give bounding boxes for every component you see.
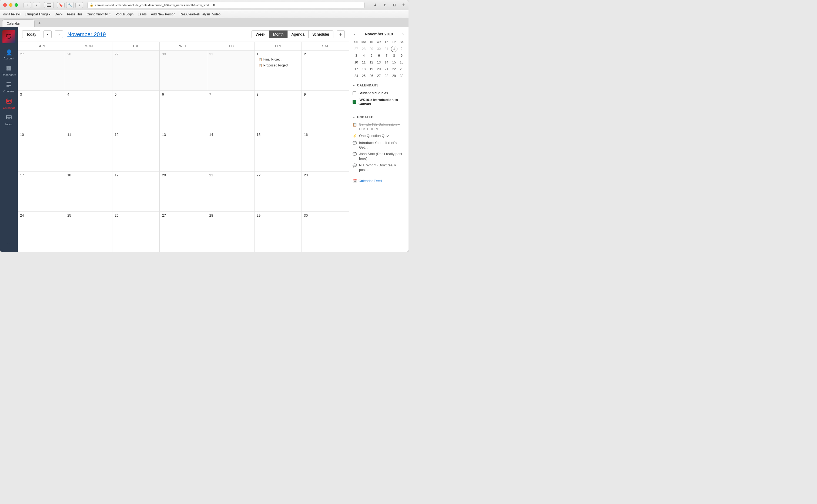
sidebar-item-calendar[interactable]: Calendar (0, 96, 18, 112)
bookmark-dont-be-evil[interactable]: don't be evil (3, 12, 21, 16)
share-icon[interactable]: ⬆ (381, 2, 389, 8)
mini-cell-nov17[interactable]: 17 (353, 66, 360, 72)
extensions-button[interactable]: 🔧 (66, 2, 74, 8)
cal-cell-nov11[interactable]: 11 (65, 131, 112, 171)
undated-item-introduce[interactable]: 💬 Introduce Yourself (Let's Get... (353, 140, 405, 151)
undated-item-stott[interactable]: 💬 John Stott (Don't really post here) (353, 151, 405, 162)
calendar-feed-link[interactable]: 📅 Calendar Feed (353, 178, 405, 184)
mini-cell-oct28[interactable]: 28 (361, 46, 367, 52)
bookmark-populi[interactable]: Populi Login (116, 12, 133, 16)
mini-cell-nov26[interactable]: 26 (368, 73, 375, 79)
mini-cell-nov11[interactable]: 11 (361, 59, 367, 66)
forward-button[interactable]: › (33, 2, 40, 8)
bookmark-dev[interactable]: Dev▾ (55, 12, 63, 16)
mini-cell-nov2[interactable]: 2 (399, 46, 405, 52)
cal-cell-nov25[interactable]: 25 (65, 212, 112, 252)
bookmark-button[interactable]: 🔖 (57, 2, 65, 8)
new-tab-button[interactable]: + (36, 19, 43, 27)
mini-cell-nov19[interactable]: 19 (368, 66, 375, 72)
mini-cell-nov28[interactable]: 28 (383, 73, 390, 79)
cal-cell-nov1[interactable]: 1 📋 Final Project 📋 Proposed Project (255, 51, 302, 90)
mini-cell-nov1[interactable]: 1 (391, 46, 397, 52)
cal-cell-nov2[interactable]: 2 (302, 51, 349, 90)
mini-cell-oct27[interactable]: 27 (353, 46, 360, 52)
collapse-sidebar-button[interactable]: ← (5, 238, 13, 248)
info-button[interactable]: ℹ (75, 2, 83, 8)
calendar-menu-icon[interactable]: ⋮ (401, 90, 405, 96)
calendar-title[interactable]: November 2019 (67, 31, 248, 38)
cal-cell-nov3[interactable]: 3 (18, 91, 65, 131)
close-button[interactable] (3, 3, 7, 7)
mini-cell-nov27[interactable]: 27 (376, 73, 382, 79)
cal-cell-nov4[interactable]: 4 (65, 91, 112, 131)
cal-cell-nov5[interactable]: 5 (112, 91, 160, 131)
bookmark-liturgical-things[interactable]: Liturgical Things▾ (25, 12, 51, 16)
prev-month-button[interactable]: ‹ (43, 30, 52, 38)
cal-cell-nov15[interactable]: 15 (255, 131, 302, 171)
undated-item-quiz[interactable]: ⚡ One Question Quiz (353, 133, 405, 140)
cal-cell-nov26[interactable]: 26 (112, 212, 160, 252)
cal-cell-nov8[interactable]: 8 (255, 91, 302, 131)
week-view-button[interactable]: Week (252, 31, 269, 38)
mini-cell-nov12[interactable]: 12 (368, 59, 375, 66)
calendar-entry-student[interactable]: Student McStudies ⋮ (353, 89, 405, 97)
cal-cell-nov18[interactable]: 18 (65, 172, 112, 211)
cal-cell-oct31[interactable]: 31 (207, 51, 255, 90)
cal-cell-nov6[interactable]: 6 (160, 91, 207, 131)
cal-cell-nov23[interactable]: 23 (302, 172, 349, 211)
mini-cell-nov15[interactable]: 15 (391, 59, 397, 66)
new-tab-button[interactable]: + (402, 2, 405, 8)
sidebar-item-courses[interactable]: Courses (0, 79, 18, 96)
mini-next-month-button[interactable]: › (401, 31, 405, 37)
minimize-button[interactable] (9, 3, 12, 7)
cal-cell-nov17[interactable]: 17 (18, 172, 65, 211)
undated-item-wright[interactable]: 💬 N.T. Wright (Don't really post... (353, 162, 405, 173)
event-proposed-project[interactable]: 📋 Proposed Project (257, 63, 299, 68)
cal-cell-nov21[interactable]: 21 (207, 172, 255, 211)
reload-icon[interactable]: ↻ (213, 3, 215, 7)
mini-cell-oct29[interactable]: 29 (368, 46, 375, 52)
month-view-button[interactable]: Month (269, 31, 288, 38)
mini-cell-nov14[interactable]: 14 (383, 59, 390, 66)
mini-cell-nov6[interactable]: 6 (376, 52, 382, 59)
sidebar-item-dashboard[interactable]: Dashboard (0, 63, 18, 79)
mini-cell-nov4[interactable]: 4 (361, 52, 367, 59)
back-button[interactable]: ‹ (24, 2, 31, 8)
cal-cell-nov14[interactable]: 14 (207, 131, 255, 171)
maximize-button[interactable] (15, 3, 18, 7)
mini-cell-nov25[interactable]: 25 (361, 73, 367, 79)
mini-cell-nov30[interactable]: 30 (399, 73, 405, 79)
mini-cell-nov22[interactable]: 22 (391, 66, 397, 72)
calendars-section-header[interactable]: ▼ CALENDARS (353, 83, 405, 87)
scheduler-view-button[interactable]: Scheduler (309, 31, 333, 38)
cal-cell-nov12[interactable]: 12 (112, 131, 160, 171)
cal-cell-nov13[interactable]: 13 (160, 131, 207, 171)
bookmark-press-this[interactable]: Press This (67, 12, 82, 16)
bookmark-add-person[interactable]: Add New Person (151, 12, 175, 16)
cal-cell-nov27[interactable]: 27 (160, 212, 207, 252)
url-bar[interactable]: 🔒 canvas.iws.edu/calendar?include_contex… (87, 2, 365, 8)
cal-cell-nov20[interactable]: 20 (160, 172, 207, 211)
cal-cell-nov16[interactable]: 16 (302, 131, 349, 171)
mini-cell-nov10[interactable]: 10 (353, 59, 360, 66)
cal-cell-nov24[interactable]: 24 (18, 212, 65, 252)
cal-cell-nov9[interactable]: 9 (302, 91, 349, 131)
add-event-button[interactable]: + (337, 30, 345, 38)
agenda-view-button[interactable]: Agenda (288, 31, 309, 38)
mini-cell-nov29[interactable]: 29 (391, 73, 397, 79)
cal-cell-nov22[interactable]: 22 (255, 172, 302, 211)
mini-cell-oct30[interactable]: 30 (376, 46, 382, 52)
cal-cell-oct28[interactable]: 28 (65, 51, 112, 90)
cal-cell-oct29[interactable]: 29 (112, 51, 160, 90)
cal-cell-nov10[interactable]: 10 (18, 131, 65, 171)
mini-cell-nov7[interactable]: 7 (383, 52, 390, 59)
undated-item-sample[interactable]: 📋 Sample File Submission – POST HERE (353, 121, 405, 133)
next-month-button[interactable]: › (55, 30, 63, 38)
bookmark-realclear[interactable]: RealClearReli...alysis, Video (180, 12, 220, 16)
download-icon[interactable]: ⬇ (371, 2, 379, 8)
sidebar-item-inbox[interactable]: Inbox (0, 112, 18, 129)
mini-cell-nov21[interactable]: 21 (383, 66, 390, 72)
sidebar-item-account[interactable]: 👤 Account (0, 46, 18, 63)
mini-prev-month-button[interactable]: ‹ (353, 31, 357, 37)
calendar-entry-iws101[interactable]: IWS101: Introduction to Canvas (353, 97, 405, 107)
